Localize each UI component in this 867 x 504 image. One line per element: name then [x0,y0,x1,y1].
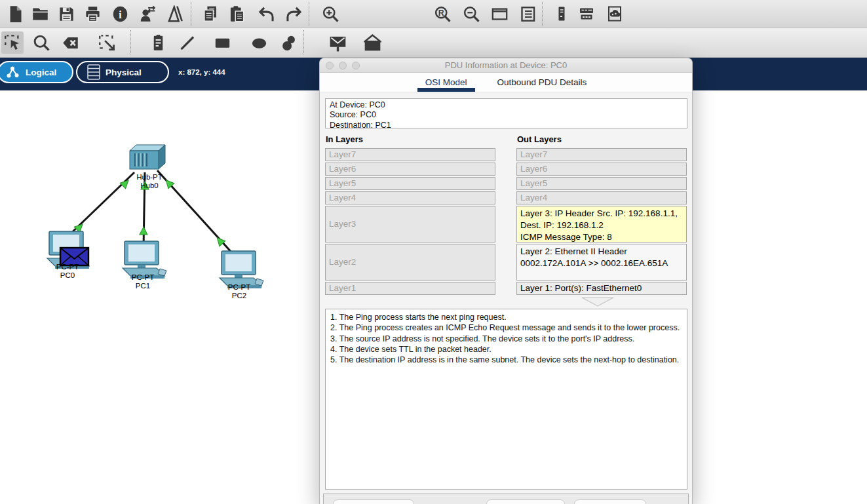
in-layer-2[interactable]: Layer2 [325,244,495,281]
zoom-reset-icon[interactable]: R [431,3,453,25]
paste-icon[interactable] [225,3,248,25]
toolbar-separator [130,30,131,54]
toolbar-separator [309,2,309,26]
options-list-icon[interactable] [516,3,539,25]
tab-physical[interactable]: Physical [76,61,169,83]
new-file-icon[interactable] [4,3,26,25]
challenge-me-button[interactable]: Challenge Me [333,499,414,504]
toolbar-separator [542,2,543,26]
in-layer-1[interactable]: Layer1 [325,282,495,295]
delete-tool-icon[interactable] [59,31,81,54]
pdu-event-description: 1. The Ping process starts the next ping… [325,309,687,490]
resize-shape-tool-icon[interactable] [96,31,118,54]
svg-text:i: i [119,9,122,20]
dialog-body: At Device: PC0 Source: PC0 Destination: … [320,92,692,504]
out-layer-3[interactable]: Layer 3: IP Header Src. IP: 192.168.1.1,… [516,206,687,242]
tab-outbound-pdu-details-label: Outbound PDU Details [497,77,587,87]
previous-layer-button[interactable]: Previous Layer [486,499,565,504]
out-layer-4[interactable]: Layer4 [516,191,687,204]
device-label-model: PC-PT [228,283,251,291]
toolbar-separator [191,2,191,26]
main-toolbar: i R [0,0,867,28]
save-icon[interactable] [55,3,77,25]
tools-toolbar [0,28,867,58]
draw-line-tool-icon[interactable] [176,31,198,54]
envelope-watermark-icon [581,297,614,307]
device-label-name: Hub0 [140,182,159,189]
pdu-information-dialog: PDU Information at Device: PC0 OSI Model… [319,58,693,504]
tab-osi-model[interactable]: OSI Model [423,73,470,92]
dialog-button-strip: Challenge Me Previous Layer Next Layer [323,494,689,504]
out-layer-6[interactable]: Layer6 [516,163,687,176]
drawing-palette-icon[interactable] [164,3,186,25]
in-layer-4[interactable]: Layer4 [325,191,495,204]
tab-logical-label: Logical [26,68,56,77]
in-layers-column: Layer7 Layer6 Layer5 Layer4 Layer3 Layer… [325,148,495,296]
device-label-name: PC0 [60,271,75,279]
pdu-route-summary: At Device: PC0 Source: PC0 Destination: … [325,98,687,128]
zoom-in-icon[interactable] [319,3,341,25]
tab-outbound-pdu-details[interactable]: Outbound PDU Details [495,73,590,92]
draw-ellipse-tool-icon[interactable] [248,31,270,54]
in-layer-3[interactable]: Layer3 [325,206,495,242]
device-label-name: PC2 [232,292,246,300]
in-layer-6[interactable]: Layer6 [325,163,495,176]
place-note-tool-icon[interactable] [147,31,169,54]
dialog-tab-bar: OSI Model Outbound PDU Details [320,73,692,92]
tab-logical[interactable]: Logical [0,61,73,83]
draw-freeform-tool-icon[interactable] [278,31,300,54]
undo-icon[interactable] [255,3,277,25]
window-controls [326,62,360,69]
copy-icon[interactable] [199,3,222,25]
dialog-titlebar[interactable]: PDU Information at Device: PC0 [320,58,692,73]
in-layer-7[interactable]: Layer7 [325,148,495,161]
draw-rectangle-tool-icon[interactable] [211,31,233,54]
packet-tracer-app: i R [0,0,867,504]
tab-physical-label: Physical [106,68,142,77]
link-status-arrow [120,178,131,189]
redo-icon[interactable] [282,3,305,25]
device-label-model: PC-PT [132,273,155,281]
out-layer-1[interactable]: Layer 1: Port(s): FastEthernet0 [516,282,687,295]
topology-graph: Hub-PT Hub0 PC-PT PC0 [0,90,319,504]
cursor-coordinates: x: 872, y: 444 [178,68,225,76]
link-status-arrow [74,222,85,233]
in-layer-5[interactable]: Layer5 [325,177,495,190]
physical-rack-icon [87,64,101,80]
in-layers-header: In Layers [326,134,363,144]
out-layer-2[interactable]: Layer 2: Ethernet II Header 0002.172A.10… [516,244,687,281]
device-label-name: PC1 [136,282,150,290]
info-icon[interactable]: i [109,3,131,25]
next-layer-button[interactable]: Next Layer [574,499,646,504]
print-icon[interactable] [81,3,104,25]
toolbar-separator [303,30,304,54]
dialog-title: PDU Information at Device: PC0 [320,58,692,72]
server-template-icon[interactable] [550,3,573,25]
out-layers-column: Layer7 Layer6 Layer5 Layer4 Layer 3: IP … [516,148,687,296]
activity-wizard-icon[interactable] [136,3,159,25]
minimize-icon[interactable] [339,62,347,69]
router-template-icon[interactable] [575,3,598,25]
select-tool-icon[interactable] [1,31,24,54]
device-label-model: PC-PT [56,263,79,271]
close-icon[interactable] [326,62,334,69]
logical-network-icon [7,66,21,79]
add-simple-pdu-icon[interactable] [326,31,349,54]
open-folder-icon[interactable] [29,3,51,25]
zoom-out-icon[interactable] [460,3,482,25]
device-label-model: Hub-PT [136,173,163,181]
new-window-icon[interactable] [488,3,511,25]
tab-osi-model-label: OSI Model [425,77,467,87]
svg-text:R: R [438,8,444,17]
workspace-canvas[interactable]: Hub-PT Hub0 PC-PT PC0 [0,90,319,504]
device-hub0[interactable] [130,145,165,169]
maximize-icon[interactable] [352,62,360,69]
cloud-template-icon[interactable] [604,3,626,25]
link-status-arrow [140,227,147,235]
inspect-tool-icon[interactable] [30,31,52,54]
add-complex-pdu-icon[interactable] [361,31,383,54]
out-layer-7[interactable]: Layer7 [516,148,687,161]
out-layer-5[interactable]: Layer5 [516,177,687,190]
out-layers-header: Out Layers [517,134,562,144]
